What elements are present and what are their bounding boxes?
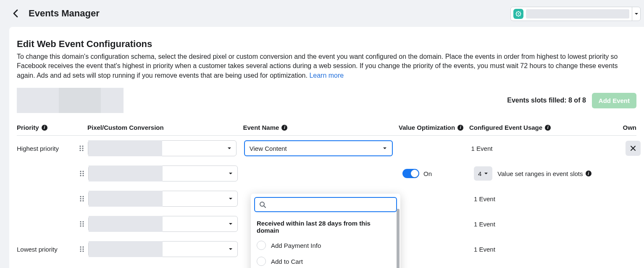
svg-point-9 (82, 171, 84, 172)
dropdown-option[interactable]: Add to Cart (251, 253, 400, 268)
info-icon[interactable]: i (281, 125, 287, 131)
dropdown-search-input[interactable] (269, 201, 392, 208)
drag-handle-icon[interactable] (75, 145, 88, 152)
svg-point-5 (82, 148, 83, 149)
panel-heading: Edit Web Event Configurations (17, 39, 636, 50)
configured-usage-value: 1 Event (471, 145, 493, 152)
toggle-state-label: On (423, 170, 432, 177)
dropdown-section-title: Received within last 28 days from this d… (251, 215, 400, 237)
pixel-name-redacted (88, 140, 162, 156)
svg-point-3 (82, 146, 83, 147)
pixel-name-redacted (89, 191, 163, 207)
info-icon[interactable]: i (42, 125, 47, 131)
svg-point-21 (82, 221, 84, 223)
priority-label: Lowest priority (17, 246, 76, 253)
col-owner-label: Own (623, 124, 637, 131)
svg-point-7 (82, 150, 83, 151)
account-selector[interactable] (510, 7, 641, 21)
domain-chip-redacted (17, 88, 124, 113)
svg-point-24 (80, 226, 81, 227)
delete-row-button[interactable] (626, 141, 641, 156)
svg-point-30 (80, 251, 81, 252)
configured-usage-value: 1 Event (474, 195, 495, 202)
event-name-value: View Content (250, 145, 287, 152)
chevron-left-icon (13, 9, 19, 18)
pixel-name-redacted (89, 241, 163, 257)
table-header: Priority i Pixel/Custom Conversion Event… (17, 120, 636, 136)
col-priority-label: Priority (17, 124, 39, 131)
learn-more-link[interactable]: Learn more (309, 72, 344, 79)
svg-point-10 (80, 173, 81, 174)
svg-point-6 (79, 150, 81, 151)
chevron-down-icon (484, 171, 488, 176)
pixel-name-redacted (89, 166, 163, 181)
chevron-down-icon (228, 196, 233, 201)
info-icon[interactable]: i (545, 125, 551, 131)
table-row: On 4 Value set ranges in event slots i (17, 161, 636, 186)
account-caret (632, 7, 640, 21)
svg-point-1 (518, 13, 519, 15)
pixel-select[interactable] (88, 140, 237, 156)
slots-filled-text: Events slots filled: 8 of 8 (507, 97, 586, 104)
svg-point-4 (79, 148, 81, 149)
info-icon[interactable]: i (457, 125, 463, 131)
pixel-select[interactable] (88, 241, 238, 257)
col-event-label: Event Name (243, 124, 279, 131)
svg-point-13 (82, 175, 84, 176)
col-valueopt-label: Value Optimization (399, 124, 455, 131)
svg-point-17 (82, 198, 84, 200)
dropdown-scrollbar[interactable] (397, 209, 400, 268)
svg-point-14 (80, 196, 81, 197)
svg-point-23 (82, 223, 84, 225)
panel-description: To change this domain's configuration sc… (17, 52, 636, 80)
configured-usage-value: 1 Event (474, 246, 495, 253)
svg-point-2 (79, 146, 81, 147)
dropdown-option[interactable]: Add Payment Info (251, 237, 400, 253)
chevron-down-icon (227, 146, 232, 151)
chevron-down-icon (228, 247, 233, 252)
chevron-down-icon (382, 146, 387, 151)
page-title: Events Manager (29, 8, 100, 19)
account-name-redacted (526, 9, 629, 18)
value-count-select[interactable]: 4 (474, 166, 492, 181)
svg-point-15 (82, 196, 84, 197)
radio-icon (257, 257, 266, 266)
col-configured-label: Configured Event Usage (469, 124, 542, 131)
svg-point-12 (80, 175, 81, 176)
back-button[interactable] (10, 8, 22, 19)
drag-handle-icon[interactable] (76, 195, 88, 202)
svg-point-26 (80, 247, 81, 248)
info-icon[interactable]: i (586, 171, 591, 176)
table-row: Highest priority View Content 1 Event (17, 136, 636, 161)
event-name-select[interactable]: View Content (244, 140, 393, 156)
value-ranges-text: Value set ranges in event slots (497, 170, 583, 177)
svg-point-27 (82, 247, 84, 248)
event-dropdown: Received within last 28 days from this d… (251, 194, 400, 268)
add-event-button[interactable]: Add Event (592, 93, 636, 108)
svg-point-16 (80, 198, 81, 200)
svg-point-8 (80, 171, 81, 172)
drag-handle-icon[interactable] (76, 246, 88, 252)
pixel-name-redacted (89, 216, 163, 232)
radio-icon (257, 241, 266, 250)
priority-label: Highest priority (17, 145, 75, 152)
col-pixel-label: Pixel/Custom Conversion (87, 124, 164, 131)
svg-point-11 (82, 173, 84, 174)
search-icon (259, 201, 266, 208)
pixel-select[interactable] (88, 166, 238, 181)
svg-point-22 (80, 223, 81, 225)
svg-point-20 (80, 221, 81, 223)
close-icon (630, 145, 636, 151)
value-optimization-toggle[interactable] (402, 169, 419, 178)
chevron-down-icon (228, 171, 233, 176)
pixel-select[interactable] (88, 191, 238, 207)
drag-handle-icon[interactable] (76, 221, 88, 227)
pixel-select[interactable] (88, 216, 238, 232)
account-icon (513, 9, 523, 19)
svg-point-25 (82, 226, 84, 227)
configured-usage-value: 1 Event (474, 221, 495, 228)
svg-point-28 (80, 249, 81, 250)
svg-point-29 (82, 249, 84, 250)
drag-handle-icon[interactable] (76, 170, 88, 177)
dropdown-search-field[interactable] (254, 197, 397, 212)
